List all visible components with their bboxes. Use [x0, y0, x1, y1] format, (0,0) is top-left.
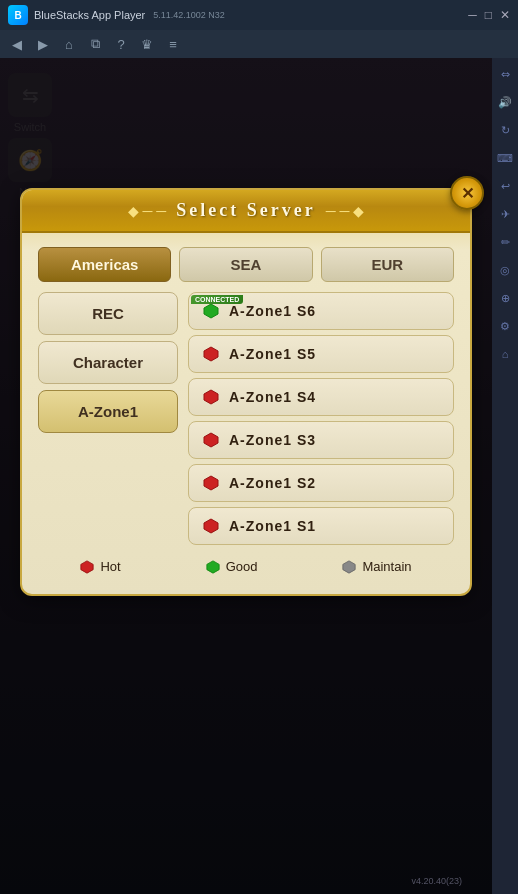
title-deco-left: ◆ ─ ─: [128, 203, 167, 219]
server-region-tabs: Americas SEA EUR: [22, 233, 470, 292]
dialog-title: Select Server: [176, 200, 315, 221]
tab-americas[interactable]: Americas: [38, 247, 171, 282]
server-status-dot-s6: [203, 303, 219, 319]
server-item-s3[interactable]: A-Zone1 S3: [188, 421, 454, 459]
legend-maintain: Maintain: [342, 559, 411, 574]
server-list: CONNECTED A-Zone1 S6 A-Z: [188, 292, 454, 545]
app-title: BlueStacks App Player: [34, 9, 145, 21]
svg-marker-8: [343, 560, 355, 572]
recommend-badge: CONNECTED: [191, 295, 243, 304]
restore-btn[interactable]: □: [485, 8, 492, 22]
server-name-s3: A-Zone1 S3: [229, 432, 316, 448]
svg-marker-1: [204, 347, 218, 361]
bluestacks-logo: B: [8, 5, 28, 25]
server-name-s1: A-Zone1 S1: [229, 518, 316, 534]
svg-marker-3: [204, 433, 218, 447]
side-panel: ⇔ 🔊 ↻ ⌨ ↩ ✈ ✏ ◎ ⊕ ⚙ ⌂: [492, 58, 518, 894]
zone-nav: REC Character A-Zone1: [38, 292, 188, 545]
good-icon: [206, 560, 220, 574]
close-btn-titlebar[interactable]: ✕: [500, 8, 510, 22]
side-icon-rotate[interactable]: ↻: [495, 120, 515, 140]
server-item-s6[interactable]: CONNECTED A-Zone1 S6: [188, 292, 454, 330]
server-item-s5[interactable]: A-Zone1 S5: [188, 335, 454, 373]
side-icon-location[interactable]: ◎: [495, 260, 515, 280]
game-area: ⇆ Switch 🧭 Navi ◆ ─ ─ Select Server ─ ─ …: [0, 58, 492, 894]
tab-eur[interactable]: EUR: [321, 247, 454, 282]
server-name-s2: A-Zone1 S2: [229, 475, 316, 491]
legend-good-label: Good: [226, 559, 258, 574]
svg-marker-0: [204, 304, 218, 318]
side-icon-flight[interactable]: ✈: [495, 204, 515, 224]
server-status-dot-s5: [203, 346, 219, 362]
svg-marker-6: [81, 560, 93, 572]
select-server-dialog: ◆ ─ ─ Select Server ─ ─ ◆ ✕ Americas SEA…: [20, 188, 472, 596]
nav-crown-btn[interactable]: ♛: [136, 33, 158, 55]
nav-forward-btn[interactable]: ▶: [32, 33, 54, 55]
dialog-content: REC Character A-Zone1 CONNECTED A-Zone1 …: [22, 292, 470, 545]
title-deco-right: ─ ─ ◆: [326, 203, 365, 219]
server-status-dot-s1: [203, 518, 219, 534]
legend: Hot Good Maintain: [22, 545, 470, 574]
svg-marker-2: [204, 390, 218, 404]
dialog-header: ◆ ─ ─ Select Server ─ ─ ◆ ✕: [22, 190, 470, 233]
side-icon-fullscreen[interactable]: ⇔: [495, 64, 515, 84]
minimize-btn[interactable]: ─: [468, 8, 477, 22]
maintain-icon: [342, 560, 356, 574]
window-controls: ─ □ ✕: [468, 8, 510, 22]
nav-rec-btn[interactable]: REC: [38, 292, 178, 335]
nav-tabs-btn[interactable]: ⧉: [84, 33, 106, 55]
tab-sea[interactable]: SEA: [179, 247, 312, 282]
titlebar: B BlueStacks App Player 5.11.42.1002 N32…: [0, 0, 518, 30]
server-status-dot-s2: [203, 475, 219, 491]
side-icon-layers[interactable]: ⊕: [495, 288, 515, 308]
nav-help-btn[interactable]: ?: [110, 33, 132, 55]
legend-hot: Hot: [80, 559, 120, 574]
server-name-s5: A-Zone1 S5: [229, 346, 316, 362]
server-status-dot-s4: [203, 389, 219, 405]
nav-back-btn[interactable]: ◀: [6, 33, 28, 55]
nav-toolbar: ◀ ▶ ⌂ ⧉ ? ♛ ≡: [0, 30, 518, 58]
side-icon-settings[interactable]: ⚙: [495, 316, 515, 336]
server-item-s4[interactable]: A-Zone1 S4: [188, 378, 454, 416]
svg-marker-5: [204, 519, 218, 533]
legend-hot-label: Hot: [100, 559, 120, 574]
nav-home-btn[interactable]: ⌂: [58, 33, 80, 55]
server-name-s6: A-Zone1 S6: [229, 303, 316, 319]
svg-marker-4: [204, 476, 218, 490]
legend-maintain-label: Maintain: [362, 559, 411, 574]
server-name-s4: A-Zone1 S4: [229, 389, 316, 405]
version-text: v4.20.40(23): [411, 876, 462, 886]
app-version: 5.11.42.1002 N32: [153, 10, 225, 20]
dialog-close-button[interactable]: ✕: [450, 176, 484, 210]
side-icon-home[interactable]: ⌂: [495, 344, 515, 364]
side-icon-volume[interactable]: 🔊: [495, 92, 515, 112]
side-icon-keyboard[interactable]: ⌨: [495, 148, 515, 168]
nav-character-btn[interactable]: Character: [38, 341, 178, 384]
server-item-s1[interactable]: A-Zone1 S1: [188, 507, 454, 545]
server-status-dot-s3: [203, 432, 219, 448]
hot-icon: [80, 560, 94, 574]
side-icon-back[interactable]: ↩: [495, 176, 515, 196]
side-icon-edit[interactable]: ✏: [495, 232, 515, 252]
nav-azone1-btn[interactable]: A-Zone1: [38, 390, 178, 433]
legend-good: Good: [206, 559, 258, 574]
nav-menu-btn[interactable]: ≡: [162, 33, 184, 55]
server-item-s2[interactable]: A-Zone1 S2: [188, 464, 454, 502]
svg-marker-7: [207, 560, 219, 572]
